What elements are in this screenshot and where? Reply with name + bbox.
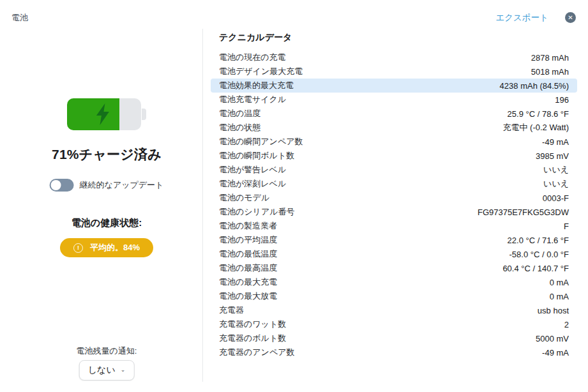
table-row[interactable]: 充電器のアンペア数-49 mA xyxy=(211,345,577,359)
row-value: 充電中 (-0.2 Watt) xyxy=(502,122,569,133)
row-label: 電池効果的最大充電 xyxy=(219,80,294,91)
table-row[interactable]: 充電器のワット数2 xyxy=(211,317,577,331)
toggle-knob xyxy=(51,180,61,190)
row-label: 電池の最高温度 xyxy=(219,262,277,274)
row-label: 電池の最低温度 xyxy=(219,248,277,260)
row-value: -49 mA xyxy=(542,348,569,358)
notification-dropdown[interactable]: しない ⌄ xyxy=(79,360,135,381)
table-row[interactable]: 電池の最大放電0 mA xyxy=(211,289,577,303)
row-value: -58.0 °C / 0.0 °F xyxy=(509,250,569,259)
row-value: 0 mA xyxy=(550,292,569,301)
row-value: usb host xyxy=(538,306,569,315)
health-badge-label: 平均的。84% xyxy=(90,242,140,253)
row-label: 電池が深刻レベル xyxy=(219,178,286,190)
row-value: F xyxy=(564,222,569,231)
row-label: 電池デザイン最大充電 xyxy=(219,66,303,77)
battery-icon xyxy=(67,98,146,130)
table-row[interactable]: 電池が警告レベルいいえ xyxy=(211,163,577,177)
table-row[interactable]: 電池の状態充電中 (-0.2 Watt) xyxy=(211,121,577,135)
row-value: 0003-F xyxy=(543,193,569,203)
continuous-updates-row: 継続的なアップデート xyxy=(50,179,164,192)
toggle-label: 継続的なアップデート xyxy=(80,179,164,191)
row-value: 5018 mAh xyxy=(531,67,569,77)
table-row[interactable]: 電池のシリアル番号FG97375E7FKG5G3DW xyxy=(211,205,577,219)
row-label: 電池が警告レベル xyxy=(219,164,286,176)
battery-health-heading: 電池の健康状態: xyxy=(0,217,213,229)
row-label: 電池の現在の充電 xyxy=(219,52,286,63)
table-row[interactable]: 電池充電サイクル196 xyxy=(211,93,577,107)
technical-data-heading: テクニカルデータ xyxy=(219,32,292,43)
row-value: 60.4 °C / 140.7 °F xyxy=(502,264,569,273)
row-value: 2 xyxy=(564,320,569,329)
row-label: 充電器のアンペア数 xyxy=(219,347,295,358)
row-label: 充電器 xyxy=(219,305,244,316)
row-label: 電池の製造業者 xyxy=(219,220,277,232)
table-row[interactable]: 電池デザイン最大充電5018 mAh xyxy=(211,64,577,79)
row-label: 電池の最大充電 xyxy=(219,276,277,288)
row-label: 電池の瞬間アンペア数 xyxy=(219,136,303,147)
row-value: FG97375E7FKG5G3DW xyxy=(478,207,569,217)
row-value: 3985 mV xyxy=(536,151,569,161)
row-value: -49 mA xyxy=(542,137,569,147)
row-value: 196 xyxy=(555,95,569,105)
table-row[interactable]: 電池の瞬間アンペア数-49 mA xyxy=(211,135,577,149)
row-value: いいえ xyxy=(543,164,569,176)
table-row[interactable]: 電池効果的最大充電4238 mAh (84.5%) xyxy=(211,79,577,93)
charging-bolt-icon xyxy=(94,103,111,125)
table-row[interactable]: 電池の平均温度22.0 °C / 71.6 °F xyxy=(211,233,577,247)
row-label: 充電器のワット数 xyxy=(219,319,286,330)
row-label: 電池の最大放電 xyxy=(219,290,277,302)
warning-circle-icon: ! xyxy=(73,243,83,253)
battery-summary-panel: 71%チャージ済み 継続的なアップデート 電池の健康状態: ! 平均的。84% … xyxy=(0,0,213,392)
battery-body xyxy=(67,98,141,130)
row-value: 0 mA xyxy=(550,278,569,287)
row-value: いいえ xyxy=(543,178,569,190)
table-row[interactable]: 電池の瞬間ボルト数3985 mV xyxy=(211,149,577,163)
close-button[interactable]: ✕ xyxy=(565,12,576,23)
row-label: 充電器のボルト数 xyxy=(219,333,286,344)
table-row[interactable]: 電池の最高温度60.4 °C / 140.7 °F xyxy=(211,261,577,275)
row-label: 電池の状態 xyxy=(219,122,260,133)
table-row[interactable]: 充電器のボルト数5000 mV xyxy=(211,331,577,345)
table-row[interactable]: 電池の最低温度-58.0 °C / 0.0 °F xyxy=(211,247,577,261)
table-row[interactable]: 電池が深刻レベルいいえ xyxy=(211,177,577,191)
battery-fill xyxy=(67,98,119,130)
battery-notification-label: 電池残量の通知: xyxy=(0,345,213,357)
table-row[interactable]: 電池の現在の充電2878 mAh xyxy=(211,50,577,64)
continuous-updates-toggle[interactable] xyxy=(50,179,74,192)
table-row[interactable]: 電池の最大充電0 mA xyxy=(211,275,577,289)
charge-percent-label: 71%チャージ済み xyxy=(0,146,213,163)
export-button[interactable]: エクスポート xyxy=(495,12,548,24)
notification-dropdown-value: しない xyxy=(88,365,116,376)
row-label: 電池の平均温度 xyxy=(219,234,277,246)
table-row[interactable]: 電池の温度25.9 °C / 78.6 °F xyxy=(211,107,577,121)
row-value: 5000 mV xyxy=(536,334,569,343)
row-label: 電池充電サイクル xyxy=(219,94,286,105)
row-value: 22.0 °C / 71.6 °F xyxy=(508,236,569,245)
row-label: 電池のモデル xyxy=(219,192,269,204)
chevron-down-icon: ⌄ xyxy=(121,367,126,373)
table-row[interactable]: 充電器usb host xyxy=(211,303,577,317)
row-label: 電池のシリアル番号 xyxy=(219,206,295,218)
table-row[interactable]: 電池の製造業者F xyxy=(211,219,577,233)
row-value: 4238 mAh (84.5%) xyxy=(500,81,569,91)
row-label: 電池の温度 xyxy=(219,108,260,119)
table-row[interactable]: 電池のモデル0003-F xyxy=(211,191,577,205)
row-value: 25.9 °C / 78.6 °F xyxy=(508,109,569,119)
close-icon: ✕ xyxy=(568,15,573,21)
row-value: 2878 mAh xyxy=(531,53,569,63)
technical-data-table: 電池の現在の充電2878 mAh電池デザイン最大充電5018 mAh電池効果的最… xyxy=(211,50,577,359)
row-label: 電池の瞬間ボルト数 xyxy=(219,150,294,162)
battery-cap xyxy=(142,109,146,120)
health-status-badge[interactable]: ! 平均的。84% xyxy=(60,238,153,257)
